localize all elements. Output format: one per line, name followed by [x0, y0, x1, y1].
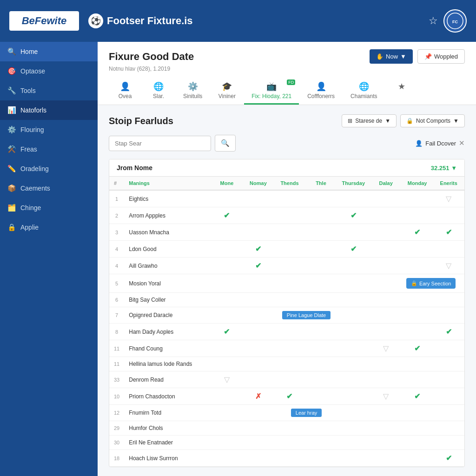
user-filter-icon: 👤 [415, 140, 423, 147]
table-row: 1Eightics ▽ [109, 190, 464, 207]
table-row: 18Hoach Lisw Surrron ✔ [109, 450, 464, 467]
page-title: Fixure Good Date [109, 51, 194, 63]
top-nav: BeFewite ⚽ Footser Fixture.is ☆ FC [0, 0, 476, 42]
lock-icon: 🔒 [7, 223, 16, 231]
sidebar-item-oradeling[interactable]: ✏️ Oradeling [0, 159, 98, 178]
hand-icon: ✋ [376, 53, 383, 60]
sidebar-item-chinge[interactable]: 🗂️ Chinge [0, 198, 98, 218]
table-row: 8Ham Dady Aoples ✔ ✔ [109, 324, 464, 340]
search-icon: 🔍 [221, 139, 230, 147]
folder-icon: 🗂️ [7, 204, 16, 212]
filter-starese-button[interactable]: ⊞ Starese de ▼ [342, 114, 397, 127]
sidebar-item-flouring[interactable]: ⚙️ Flouring [0, 120, 98, 139]
table-row: 5Mosion Yoral 🔒 Eary Seection [109, 274, 464, 293]
lock-early-icon: 🔒 [411, 280, 417, 286]
col-manings: Manings [124, 177, 211, 190]
tab-ovea-icon: 👤 [120, 81, 130, 92]
pin-icon: 📌 [424, 53, 432, 60]
chevron-down-icon: ▼ [400, 53, 406, 60]
logo: BeFewite [9, 11, 79, 31]
tab-slar[interactable]: 🌐 Slar. [142, 77, 175, 105]
tab-fix-icon: 📺 [266, 81, 277, 92]
sidebar: 🔍 Home 🎯 Optaose 🔧 Tools 📊 Natoforls ⚙️ … [0, 42, 98, 476]
early-section-button[interactable]: 🔒 Eary Seection [406, 278, 456, 289]
filter-comports-button[interactable]: 🔒 Not Comports ▼ [400, 114, 465, 127]
user-filter: 👤 Fail Dcover ✕ [415, 139, 465, 147]
table-header-row: Jrom Nome 32.251 ▼ [109, 159, 464, 177]
tab-chamiants[interactable]: 🌐 Chamiants [343, 77, 384, 105]
woppled-button[interactable]: 📌 Woppled [417, 49, 465, 64]
favorite-icon[interactable]: ☆ [429, 15, 438, 27]
sidebar-item-home[interactable]: 🔍 Home [0, 42, 98, 61]
tab-cofffonerrs[interactable]: 👤 Cofffonerrs [300, 77, 342, 105]
tab-vininer-icon: 🎓 [222, 81, 232, 92]
sidebar-item-natoforls[interactable]: 📊 Natoforls [0, 100, 98, 120]
app-wrapper: BeFewite ⚽ Footser Fixture.is ☆ FC 🔍 Hom… [0, 0, 476, 476]
col-monday: Monday [402, 177, 433, 190]
col-thursday: Thursday [337, 177, 370, 190]
table-row: 2Arrom Appples ✔ ✔ [109, 207, 464, 224]
col-thle: Thle [305, 177, 337, 190]
col-enerits: Enerits [433, 177, 464, 190]
sidebar-item-applie[interactable]: 🔒 Applie [0, 218, 98, 237]
target-icon: 🎯 [7, 67, 16, 75]
table-row: 12Fnumirn Totd Lear hray [109, 405, 464, 421]
tabs: 👤 Ovea 🌐 Slar. ⚙️ Sinituils 🎓 Vininer [109, 77, 465, 105]
page-header: Fixure Good Date ✋ Now ▼ 📌 Woppled Not [98, 42, 476, 105]
inner-content: Stoip Fearluds ⊞ Starese de ▼ 🔒 Not Comp… [98, 105, 476, 476]
table-row: 4Aill Grawho ✔ ▽ [109, 258, 464, 274]
table-row: 29Humfor Chols [109, 421, 464, 436]
search-button[interactable]: 🔍 [215, 135, 236, 152]
page-subtitle: Notnu hlav (628), 1.2019 [109, 66, 465, 72]
section-filters: ⊞ Starese de ▼ 🔒 Not Comports ▼ [342, 114, 465, 127]
table-container: Jrom Nome 32.251 ▼ # Manings Mone Nomay [109, 159, 465, 467]
search-bar: 🔍 👤 Fail Dcover ✕ [109, 135, 465, 152]
tab-sinituils[interactable]: ⚙️ Sinituils [176, 77, 210, 105]
tab-star[interactable]: ★ [385, 77, 418, 105]
col-nomay: Nomay [243, 177, 274, 190]
tab-ovea[interactable]: 👤 Ovea [109, 77, 141, 105]
tab-sinituils-icon: ⚙️ [188, 81, 198, 92]
sidebar-item-freas[interactable]: ⚒️ Freas [0, 139, 98, 159]
section-header: Stoip Fearluds ⊞ Starese de ▼ 🔒 Not Comp… [109, 114, 465, 127]
hammer-icon: ⚒️ [7, 145, 16, 153]
pencil-icon: ✏️ [7, 165, 16, 173]
table-row: 11Hellina lamus lode Rands [109, 357, 464, 371]
lock-filter-icon: 🔒 [406, 118, 413, 124]
table-row: 30Eril Ne Enatnader [109, 436, 464, 450]
tab-slar-icon: 🌐 [153, 81, 164, 92]
search-input[interactable] [109, 136, 211, 151]
table-row: 11Fhand Coung ▽ ✔ [109, 340, 464, 357]
sidebar-item-caements[interactable]: 📦 Caements [0, 178, 98, 198]
sidebar-item-optaose[interactable]: 🎯 Optaose [0, 61, 98, 81]
data-table: # Manings Mone Nomay Thends Thle Thursda… [109, 177, 464, 467]
col-thends: Thends [274, 177, 305, 190]
nav-right: ☆ FC [429, 9, 467, 33]
table-header: # Manings Mone Nomay Thends Thle Thursda… [109, 177, 464, 190]
col-num: # [109, 177, 124, 190]
chevron-filter-icon: ▼ [385, 118, 390, 124]
table-header-title: Jrom Nome [117, 164, 152, 172]
table-row: 4Ldon Good ✔ ✔ [109, 241, 464, 258]
col-mone: Mone [211, 177, 243, 190]
tab-star-icon: ★ [398, 81, 405, 92]
content-area: Fixure Good Date ✋ Now ▼ 📌 Woppled Not [98, 42, 476, 476]
team-logo: FC [443, 9, 467, 33]
table-row: 10Priorn Chasdocton ✗ ✔ ▽ ✔ [109, 388, 464, 405]
col-dalay: Dalay [370, 177, 402, 190]
tab-vininer[interactable]: 🎓 Vininer [211, 77, 243, 105]
box-icon: 📦 [7, 184, 16, 192]
table-row: 7Opignred Daracle Pine Lague Dlate [109, 307, 464, 324]
search-icon: 🔍 [7, 47, 16, 56]
svg-text:FC: FC [452, 20, 458, 24]
sidebar-item-tools[interactable]: 🔧 Tools [0, 81, 98, 100]
now-button[interactable]: ✋ Now ▼ [370, 49, 413, 64]
tools-icon: 🔧 [7, 86, 16, 95]
close-filter-icon[interactable]: ✕ [459, 139, 465, 147]
tab-fix-hioday[interactable]: 📺 FD Fix: Hioday, 221 [244, 77, 299, 105]
nav-center: ⚽ Footser Fixture.is [88, 13, 419, 28]
main-layout: 🔍 Home 🎯 Optaose 🔧 Tools 📊 Natoforls ⚙️ … [0, 42, 476, 476]
page-actions: ✋ Now ▼ 📌 Woppled [370, 49, 465, 64]
soccer-icon: ⚽ [88, 13, 103, 28]
table-row: 6Bitg Say Coller [109, 293, 464, 307]
